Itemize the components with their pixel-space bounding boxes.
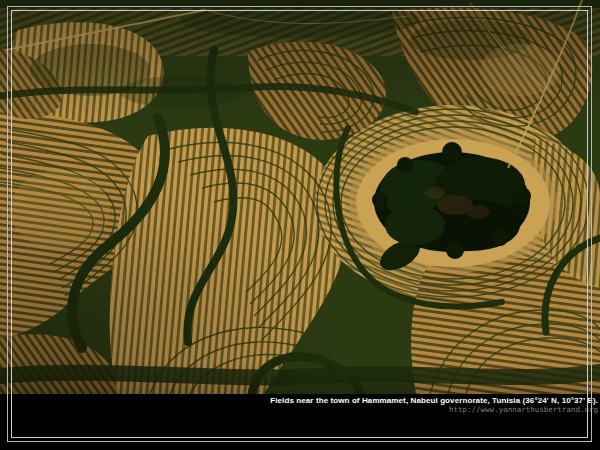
caption-bar: Fields near the town of Hammamet, Nabeul…	[0, 394, 600, 450]
aerial-photo-canvas	[0, 0, 600, 394]
aerial-photo	[0, 0, 600, 394]
caption-url: http://www.yannarthusbertrand.org	[270, 405, 598, 414]
caption-text: Fields near the town of Hammamet, Nabeul…	[270, 396, 598, 405]
caption-block: Fields near the town of Hammamet, Nabeul…	[270, 396, 598, 414]
vignette-corner	[0, 0, 600, 394]
